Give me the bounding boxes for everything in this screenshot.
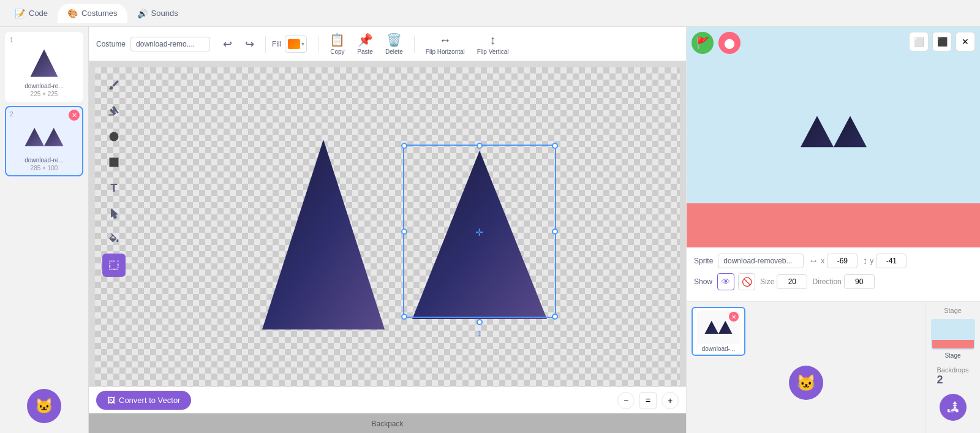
add-backdrop-button[interactable]: 🏞: [940, 394, 967, 421]
sprite-name-input[interactable]: [718, 254, 804, 268]
tab-sounds-label: Sounds: [151, 9, 178, 18]
stop-icon: ⬤: [724, 37, 735, 49]
flip-vertical-button[interactable]: ↕️ Flip Vertical: [472, 31, 514, 58]
add-costume-button[interactable]: 🐱: [27, 389, 61, 423]
y-arrow-icon: ↕: [862, 255, 867, 266]
stage-small-button[interactable]: ⬜: [909, 32, 929, 51]
delete-button[interactable]: 🗑️ Delete: [380, 30, 408, 58]
copy-icon: 📋: [330, 32, 345, 47]
select-tool[interactable]: [102, 202, 126, 225]
x-arrow-icon: ↔: [809, 255, 818, 266]
flip-v-icon: ↕️: [490, 33, 496, 47]
svg-marker-9: [705, 320, 719, 333]
svg-marker-1: [25, 127, 45, 146]
sprite-card-name: download-...: [702, 345, 735, 352]
marquee-tool[interactable]: [102, 254, 126, 277]
y-input[interactable]: [876, 254, 907, 268]
flag-icon: 🚩: [696, 36, 709, 50]
x-coord-group: ↔ x: [809, 254, 858, 268]
right-panel: 🚩 ⬤ ⬜ ⬛ ✕: [686, 27, 980, 433]
fill-color-button[interactable]: ▾: [285, 36, 307, 53]
stage-mini-preview[interactable]: [931, 319, 975, 350]
undo-button[interactable]: ↩: [217, 34, 237, 54]
triangle-left[interactable]: [256, 134, 391, 342]
tab-code[interactable]: 📝 Code: [5, 4, 58, 23]
add-sprite-button[interactable]: 🐱: [789, 366, 823, 400]
x-label: x: [821, 257, 824, 265]
tab-sounds[interactable]: 🔊 Sounds: [127, 4, 188, 23]
fill-tool[interactable]: [102, 228, 126, 251]
x-input[interactable]: [827, 254, 858, 268]
backpack-bar[interactable]: Backpack: [89, 413, 686, 433]
separator-3: [414, 36, 415, 53]
zoom-fit-button[interactable]: =: [639, 392, 657, 409]
flip-horizontal-button[interactable]: ↔️ Flip Horizontal: [421, 31, 470, 58]
sprites-stage-section: ✕ download-... 🐱 Stage Stage: [687, 302, 980, 433]
zoom-in-button[interactable]: +: [662, 392, 679, 409]
show-visible-button[interactable]: 👁: [717, 273, 734, 290]
sprite-card-1[interactable]: ✕ download-...: [692, 307, 745, 356]
bottom-handle-group: ↕: [477, 319, 483, 339]
sprite-info-row-2: Show 👁 🚫 Size Direction: [694, 273, 973, 290]
convert-icon: 🖼: [107, 396, 115, 405]
sound-icon: 🔊: [137, 9, 148, 18]
costume-name-field[interactable]: [130, 37, 210, 51]
svg-point-3: [110, 132, 119, 141]
convert-to-vector-button[interactable]: 🖼 Convert to Vector: [96, 391, 191, 410]
circle-tool[interactable]: [102, 125, 126, 148]
canvas-bottom-bar: 🖼 Convert to Vector − = +: [89, 386, 686, 413]
stop-button[interactable]: ⬤: [718, 32, 741, 54]
separator-2: [318, 36, 318, 53]
backdrops-count: 2: [937, 374, 969, 386]
fill-section: Fill ▾: [272, 36, 307, 53]
tab-code-label: Code: [29, 9, 48, 18]
rotate-arrow[interactable]: ↕: [477, 328, 482, 339]
brush-tool[interactable]: [102, 73, 126, 97]
redo-button[interactable]: ↪: [239, 34, 259, 54]
copy-button[interactable]: 📋 Copy: [325, 30, 350, 58]
tab-costumes-label: Costumes: [81, 9, 118, 18]
y-label: y: [870, 257, 873, 265]
svg-marker-0: [31, 50, 58, 77]
triangle-right[interactable]: [403, 145, 556, 328]
flip-h-icon: ↔️: [439, 33, 451, 47]
costume-delete-btn-2[interactable]: ✕: [69, 110, 80, 121]
paste-button[interactable]: 📌 Paste: [352, 30, 378, 58]
eraser-tool[interactable]: [102, 99, 126, 122]
svg-marker-6: [412, 151, 547, 319]
svg-rect-4: [110, 158, 119, 167]
canvas-content[interactable]: ✛: [138, 92, 674, 383]
svg-marker-2: [44, 127, 64, 146]
stage-fullscreen-button[interactable]: ✕: [956, 32, 975, 51]
triangle-right-container[interactable]: ✛: [403, 145, 556, 330]
size-input[interactable]: [777, 274, 807, 289]
stage-large-button[interactable]: ⬛: [932, 32, 952, 51]
costume-item-2[interactable]: ✕ 2 download-re... 2: [5, 106, 83, 176]
undo-redo-group: ↩ ↪: [217, 34, 259, 54]
canvas-area: T: [89, 61, 686, 413]
tab-bar: 📝 Code 🎨 Costumes 🔊 Sounds: [0, 0, 980, 27]
costume-size-1: 225 × 225: [31, 91, 58, 97]
sprite-info-row-1: Sprite ↔ x ↕ y: [694, 254, 973, 268]
delete-label: Delete: [385, 48, 403, 55]
tab-costumes[interactable]: 🎨 Costumes: [58, 4, 127, 23]
show-toggle: 👁 🚫: [717, 273, 755, 290]
zoom-out-button[interactable]: −: [617, 392, 635, 409]
stage-ground: [687, 203, 980, 247]
costume-item-1[interactable]: 1 download-re... 225 × 225: [5, 32, 83, 102]
fill-color-swatch: [288, 39, 300, 49]
text-tool[interactable]: T: [102, 176, 126, 200]
handle-bc[interactable]: [477, 319, 483, 325]
svg-marker-7: [801, 116, 834, 147]
show-hidden-button[interactable]: 🚫: [738, 273, 755, 290]
zoom-controls: − = +: [617, 392, 679, 409]
green-flag-button[interactable]: 🚩: [692, 32, 714, 54]
rect-tool[interactable]: [102, 151, 126, 174]
costume-num-1: 1: [10, 37, 13, 43]
direction-input[interactable]: [844, 274, 875, 289]
editor-panel: Costume ↩ ↪ Fill ▾ 📋 Copy: [89, 27, 686, 433]
stage-mini-label: Stage: [944, 352, 960, 359]
sprite-delete-button[interactable]: ✕: [729, 312, 739, 322]
flip-h-label: Flip Horizontal: [426, 48, 465, 55]
costume-size-2: 285 × 100: [31, 165, 58, 171]
